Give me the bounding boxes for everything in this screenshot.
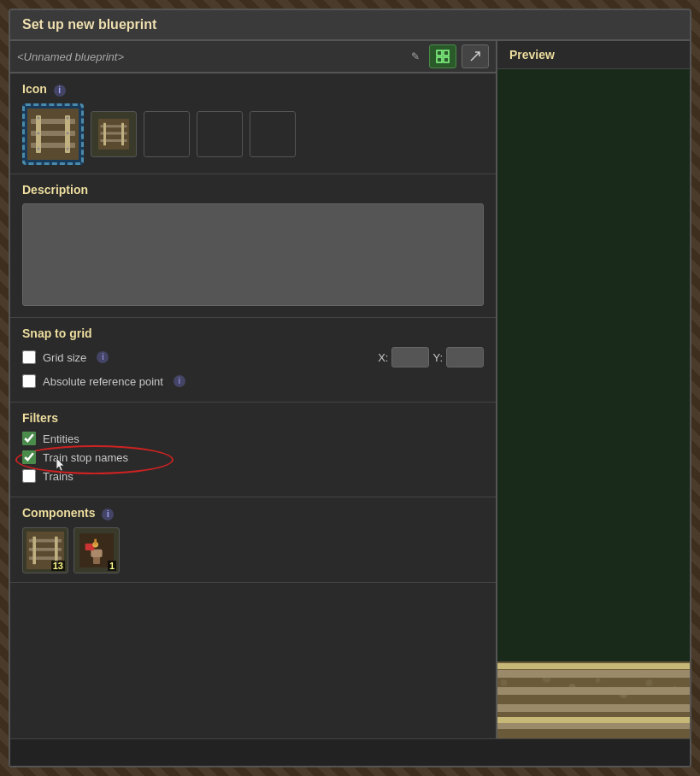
y-input[interactable] bbox=[446, 347, 484, 367]
filter-train-stop-names-row: Train stop names bbox=[22, 450, 484, 464]
icon-slot-1[interactable] bbox=[91, 111, 137, 157]
filter-train-stop-checkbox[interactable] bbox=[22, 450, 36, 464]
components-area: 13 bbox=[22, 527, 484, 573]
svg-point-12 bbox=[38, 148, 40, 150]
components-title: Components i bbox=[22, 506, 484, 520]
left-panel: <Unnamed blueprint> ✎ bbox=[10, 41, 497, 738]
grid-size-checkbox[interactable] bbox=[22, 350, 36, 364]
icon-slot-2[interactable] bbox=[144, 111, 190, 157]
icon-section: Icon i bbox=[10, 73, 496, 174]
grid-size-row: Grid size i X: Y: bbox=[22, 347, 484, 367]
icon-area bbox=[22, 103, 484, 165]
svg-rect-43 bbox=[497, 670, 690, 678]
grid-view-button[interactable] bbox=[429, 44, 456, 68]
svg-rect-1 bbox=[444, 50, 449, 56]
svg-rect-21 bbox=[121, 123, 124, 145]
svg-rect-26 bbox=[32, 537, 36, 564]
abs-ref-row: Absolute reference point i bbox=[22, 374, 484, 388]
icon-info-icon[interactable]: i bbox=[54, 85, 66, 97]
icon-slot-4[interactable] bbox=[250, 111, 296, 157]
svg-point-15 bbox=[67, 148, 69, 150]
coord-group: X: Y: bbox=[378, 347, 484, 367]
app-background: Set up new blueprint <Unnamed blueprint>… bbox=[0, 0, 700, 776]
snap-title: Snap to grid bbox=[22, 326, 484, 340]
description-title: Description bbox=[22, 183, 484, 197]
svg-point-11 bbox=[38, 132, 40, 135]
svg-rect-0 bbox=[437, 50, 442, 56]
svg-rect-29 bbox=[93, 556, 100, 564]
abs-ref-label: Absolute reference point bbox=[43, 375, 163, 388]
filter-train-stop-label: Train stop names bbox=[43, 451, 128, 464]
svg-rect-45 bbox=[497, 704, 690, 712]
components-info-icon[interactable]: i bbox=[102, 509, 114, 520]
blueprint-dialog: Set up new blueprint <Unnamed blueprint>… bbox=[9, 9, 691, 767]
icon-section-title: Icon i bbox=[22, 82, 484, 97]
snap-section: Snap to grid Grid size i X: Y: bbox=[10, 318, 496, 403]
dialog-title: Set up new blueprint bbox=[10, 10, 690, 41]
filter-entities-checkbox[interactable] bbox=[22, 432, 36, 445]
filter-trains-row: Trains bbox=[22, 469, 484, 483]
edit-name-button[interactable]: ✎ bbox=[407, 48, 424, 65]
svg-point-39 bbox=[596, 678, 601, 683]
svg-rect-2 bbox=[437, 57, 442, 62]
svg-rect-48 bbox=[497, 717, 690, 723]
svg-rect-33 bbox=[94, 539, 97, 545]
svg-rect-30 bbox=[91, 550, 102, 557]
grid-size-info-icon[interactable]: i bbox=[97, 351, 109, 363]
tab-bar: <Unnamed blueprint> ✎ bbox=[10, 41, 496, 73]
filters-section: Filters Entities Train stop names bbox=[10, 403, 496, 497]
svg-point-41 bbox=[646, 679, 653, 686]
blueprint-name-label: <Unnamed blueprint> bbox=[17, 50, 402, 63]
y-label: Y: bbox=[432, 351, 443, 364]
filter-trains-label: Trains bbox=[43, 470, 74, 483]
component-slot-arm[interactable]: 1 bbox=[74, 527, 120, 573]
icon-selected-slot[interactable] bbox=[22, 103, 84, 165]
svg-point-13 bbox=[67, 117, 69, 120]
svg-point-10 bbox=[38, 117, 40, 120]
svg-point-35 bbox=[501, 679, 508, 686]
filters-title: Filters bbox=[22, 411, 484, 425]
filter-entities-label: Entities bbox=[43, 432, 79, 445]
preview-area bbox=[497, 69, 690, 738]
svg-rect-20 bbox=[103, 123, 106, 145]
arm-badge: 1 bbox=[108, 561, 116, 571]
description-input[interactable] bbox=[22, 203, 484, 306]
rail-badge: 13 bbox=[51, 561, 65, 571]
svg-rect-47 bbox=[497, 663, 690, 669]
abs-ref-checkbox[interactable] bbox=[22, 374, 36, 388]
svg-rect-44 bbox=[497, 687, 690, 695]
x-label: X: bbox=[378, 351, 388, 364]
abs-ref-info-icon[interactable]: i bbox=[174, 375, 185, 387]
dialog-body: <Unnamed blueprint> ✎ bbox=[10, 41, 690, 738]
x-input[interactable] bbox=[391, 347, 429, 367]
grid-size-label: Grid size bbox=[43, 351, 86, 364]
right-panel: Preview bbox=[497, 41, 690, 738]
svg-rect-3 bbox=[444, 57, 449, 62]
components-section: Components i bbox=[10, 497, 496, 583]
filter-entities-row: Entities bbox=[22, 432, 484, 445]
description-section: Description bbox=[10, 174, 496, 318]
export-button[interactable] bbox=[462, 44, 489, 68]
preview-title: Preview bbox=[497, 41, 690, 69]
component-slot-rail[interactable]: 13 bbox=[22, 527, 68, 573]
rail-preview bbox=[497, 636, 690, 738]
icon-slot-3[interactable] bbox=[197, 111, 243, 157]
bottom-bar bbox=[10, 738, 690, 766]
svg-point-14 bbox=[67, 132, 69, 135]
filter-trains-checkbox[interactable] bbox=[22, 469, 36, 483]
